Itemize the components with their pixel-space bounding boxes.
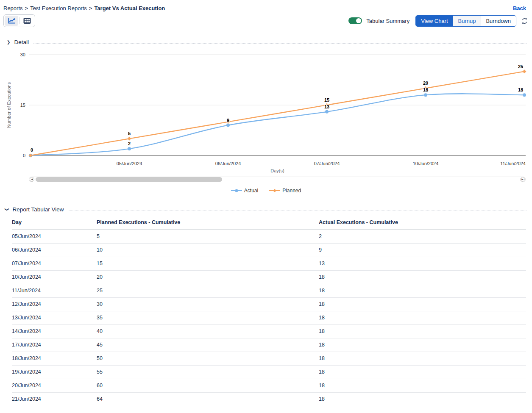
section-divider: [68, 210, 527, 211]
svg-text:0: 0: [23, 153, 25, 158]
breadcrumb-item-reports[interactable]: Reports: [3, 5, 23, 11]
toolbar: Tabular Summary View ChartBurnupBurndown: [0, 11, 532, 27]
chart-view-button[interactable]: [5, 16, 18, 26]
svg-text:07/Jun/2024: 07/Jun/2024: [314, 161, 340, 166]
view-button-burnup[interactable]: Burnup: [453, 16, 481, 26]
svg-text:06/Jun/2024: 06/Jun/2024: [215, 161, 241, 166]
table-cell: 60: [97, 379, 319, 393]
tabular-summary-toggle[interactable]: [348, 17, 362, 24]
table-row: 13/Jun/20243518: [12, 311, 526, 325]
scroll-right-arrow-icon[interactable]: ▶: [520, 177, 525, 182]
view-button-burndown[interactable]: Burndown: [481, 16, 516, 26]
table-row: 07/Jun/20241513: [12, 257, 526, 271]
chart-scrollbar[interactable]: ◀ ▶: [29, 177, 526, 182]
tabular-view-section-label: Report Tabular View: [12, 206, 64, 213]
table-cell: 07/Jun/2024: [12, 257, 97, 271]
toggle-knob: [356, 18, 361, 23]
report-table: DayPlanned Executions - CumulativeActual…: [12, 217, 526, 406]
svg-text:20: 20: [423, 80, 428, 86]
detail-section-header[interactable]: ❯ Detail: [0, 39, 532, 45]
breadcrumb: Reports>Test Execution Reports>Target Vs…: [3, 5, 165, 11]
table-cell: 21/Jun/2024: [12, 393, 97, 406]
svg-text:18: 18: [423, 87, 428, 92]
legend-item-actual[interactable]: Actual: [231, 188, 258, 194]
table-row: 12/Jun/20243018: [12, 298, 526, 311]
table-view-button[interactable]: [20, 16, 34, 26]
table-row: 06/Jun/2024109: [12, 244, 526, 257]
table-cell: 13: [319, 257, 526, 271]
svg-text:25: 25: [518, 64, 523, 69]
scrollbar-thumb[interactable]: [36, 177, 222, 182]
table-cell: 13/Jun/2024: [12, 311, 97, 325]
svg-text:13: 13: [324, 104, 329, 109]
table-cell: 15: [97, 257, 319, 271]
toolbar-right: Tabular Summary View ChartBurnupBurndown: [348, 15, 528, 27]
table-cell: 10/Jun/2024: [12, 271, 97, 284]
view-mode-switcher: [3, 14, 35, 27]
table-row: 19/Jun/20245518: [12, 366, 526, 379]
target-vs-actual-chart[interactable]: 0153005/Jun/202406/Jun/202407/Jun/202410…: [0, 48, 532, 175]
tabular-summary-label: Tabular Summary: [366, 18, 409, 24]
table-cell: 18: [319, 325, 526, 338]
table-cell: 10: [97, 244, 319, 257]
table-header-row: DayPlanned Executions - CumulativeActual…: [12, 217, 526, 230]
svg-text:15: 15: [324, 97, 329, 103]
svg-text:10/Jun/2024: 10/Jun/2024: [413, 161, 439, 166]
breadcrumb-separator: >: [89, 5, 92, 11]
table-cell: 14/Jun/2024: [12, 325, 97, 338]
breadcrumb-item-target-vs-actual-execution: Target Vs Actual Execution: [94, 5, 165, 11]
table-cell: 05/Jun/2024: [12, 230, 97, 244]
legend-item-planned[interactable]: Planned: [269, 188, 301, 194]
table-row: 10/Jun/20242018: [12, 271, 526, 284]
table-cell: 64: [97, 393, 319, 406]
svg-text:2: 2: [128, 141, 131, 146]
table-cell: 40: [97, 325, 319, 338]
table-cell: 9: [319, 244, 526, 257]
column-header-actual-executions-cumulative: Actual Executions - Cumulative: [319, 217, 526, 230]
table-cell: 50: [97, 352, 319, 366]
actual-series-marker-icon: [231, 188, 242, 193]
table-cell: 18: [319, 338, 526, 352]
detail-section-label: Detail: [14, 39, 29, 45]
table-cell: 2: [319, 230, 526, 244]
table-row: 21/Jun/20246418: [12, 393, 526, 406]
svg-text:05/Jun/2024: 05/Jun/2024: [117, 161, 142, 166]
table-row: 20/Jun/20246018: [12, 379, 526, 393]
section-divider: [33, 43, 527, 44]
table-cell: 18: [319, 352, 526, 366]
top-bar: Reports>Test Execution Reports>Target Vs…: [0, 0, 532, 11]
table-cell: 18: [319, 393, 526, 406]
table-cell: 5: [97, 230, 319, 244]
table-cell: 55: [97, 366, 319, 379]
svg-text:Number of Executions: Number of Executions: [6, 82, 11, 128]
table-icon: [23, 17, 31, 24]
view-button-view-chart[interactable]: View Chart: [416, 16, 453, 26]
svg-text:Day(s): Day(s): [270, 168, 284, 173]
tabular-view-section-header[interactable]: ❯ Report Tabular View: [0, 206, 532, 213]
table-cell: 18: [319, 366, 526, 379]
refresh-icon: [521, 18, 528, 24]
breadcrumb-item-test-execution-reports[interactable]: Test Execution Reports: [30, 5, 87, 11]
svg-text:11/Jun/2024: 11/Jun/2024: [500, 161, 526, 166]
line-chart-icon: [7, 17, 16, 25]
chart-legend: ActualPlanned: [0, 188, 532, 194]
table-cell: 19/Jun/2024: [12, 366, 97, 379]
back-link[interactable]: Back: [513, 5, 526, 11]
column-header-planned-executions-cumulative: Planned Executions - Cumulative: [97, 217, 319, 230]
legend-label: Planned: [282, 188, 301, 194]
table-cell: 20/Jun/2024: [12, 379, 97, 393]
svg-text:5: 5: [128, 131, 131, 136]
table-row: 18/Jun/20245018: [12, 352, 526, 366]
svg-text:15: 15: [20, 103, 25, 108]
table-row: 14/Jun/20244018: [12, 325, 526, 338]
table-row: 17/Jun/20244518: [12, 338, 526, 352]
breadcrumb-separator: >: [25, 5, 28, 11]
table-cell: 18: [319, 379, 526, 393]
scroll-left-arrow-icon[interactable]: ◀: [30, 177, 34, 182]
table-cell: 18: [319, 271, 526, 284]
table-cell: 35: [97, 311, 319, 325]
refresh-button[interactable]: [521, 18, 528, 24]
chevron-right-icon: ❯: [7, 40, 10, 44]
table-cell: 12/Jun/2024: [12, 298, 97, 311]
table-cell: 45: [97, 338, 319, 352]
